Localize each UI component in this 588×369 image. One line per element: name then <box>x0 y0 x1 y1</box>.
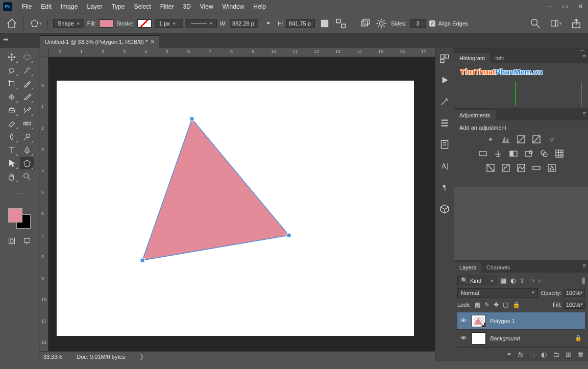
curves-icon[interactable] <box>517 135 526 144</box>
menu-image[interactable]: Image <box>56 3 82 10</box>
brightness-icon[interactable]: ☀ <box>486 135 495 144</box>
type-tool[interactable] <box>5 144 18 156</box>
path-ops-icon[interactable] <box>318 17 331 30</box>
menu-edit[interactable]: Edit <box>36 3 56 10</box>
layer-mask-icon[interactable]: ◻ <box>529 351 535 358</box>
close-tab-icon[interactable]: × <box>151 38 154 45</box>
home-icon[interactable] <box>5 17 18 30</box>
lock-position-icon[interactable]: ✥ <box>494 301 499 308</box>
collapse-toolbox-icon[interactable]: ◂◂ <box>3 36 8 42</box>
stroke-width-dropdown[interactable]: 1 px▾ <box>155 19 183 28</box>
lock-transparency-icon[interactable]: ▩ <box>475 301 480 308</box>
clone-stamp-tool[interactable] <box>5 104 18 116</box>
layer-thumbnail[interactable]: ▭ <box>472 315 486 327</box>
delete-layer-icon[interactable]: 🗑 <box>577 351 584 358</box>
menu-3d[interactable]: 3D <box>178 3 195 10</box>
layers-tab[interactable]: Layers <box>454 262 481 273</box>
menu-view[interactable]: View <box>195 3 218 10</box>
gradient-map-icon[interactable] <box>532 163 541 173</box>
sides-input[interactable] <box>410 19 426 28</box>
adjustment-layer-icon[interactable]: ◐ <box>541 351 547 358</box>
filter-adj-icon[interactable]: ◐ <box>510 277 516 284</box>
lock-icon[interactable]: 🔒 <box>575 335 582 341</box>
filter-type-icon[interactable]: T <box>520 277 524 285</box>
eraser-tool[interactable] <box>5 117 18 130</box>
character-panel-icon[interactable]: A| <box>439 160 450 171</box>
invert-icon[interactable] <box>486 163 495 173</box>
properties-icon[interactable] <box>439 139 450 150</box>
search-icon[interactable] <box>529 17 542 30</box>
foreground-color[interactable] <box>8 208 22 223</box>
eyedropper-tool[interactable] <box>20 78 34 90</box>
align-icon[interactable] <box>334 17 348 30</box>
menu-help[interactable]: Help <box>249 3 271 10</box>
lock-pixels-icon[interactable]: ✎ <box>484 301 489 308</box>
gradient-tool[interactable] <box>20 117 34 130</box>
fill-opacity-input[interactable]: 100%▾ <box>564 301 585 309</box>
brushes-icon[interactable] <box>439 96 450 107</box>
layer-name[interactable]: Background <box>490 335 520 341</box>
bw-icon[interactable] <box>509 149 518 158</box>
height-input[interactable] <box>286 19 315 28</box>
color-panel-icon[interactable] <box>439 53 450 64</box>
channels-tab[interactable]: Channels <box>481 262 515 273</box>
visibility-icon[interactable]: 👁 <box>460 317 468 325</box>
marquee-tool[interactable] <box>20 51 34 63</box>
lock-artboard-icon[interactable]: ▢ <box>503 301 508 308</box>
zoom-level[interactable]: 33.33% <box>43 354 62 360</box>
panel-menu-icon[interactable]: ≡ <box>582 53 586 60</box>
stroke-style-dropdown[interactable]: ▾ <box>186 19 217 28</box>
info-tab[interactable]: Info <box>490 53 509 63</box>
fill-swatch[interactable] <box>99 19 113 28</box>
dodge-tool[interactable] <box>20 131 34 143</box>
filter-shape-icon[interactable]: ▭ <box>528 277 534 284</box>
pen-tool[interactable] <box>20 144 34 156</box>
canvas[interactable] <box>57 81 414 336</box>
opacity-input[interactable]: 100%▾ <box>564 289 585 297</box>
zoom-tool[interactable] <box>20 170 34 183</box>
menu-type[interactable]: Type <box>107 3 129 10</box>
ruler-horizontal[interactable]: 01234567891011121314151617 <box>48 48 435 57</box>
play-icon[interactable] <box>439 75 450 86</box>
workspace-icon[interactable]: ▾ <box>549 17 562 30</box>
width-input[interactable] <box>230 19 258 28</box>
hue-icon[interactable] <box>478 149 487 158</box>
history-brush-tool[interactable] <box>20 104 34 116</box>
channel-mixer-icon[interactable] <box>540 149 549 158</box>
visibility-icon[interactable]: 👁 <box>460 334 468 342</box>
menu-layer[interactable]: Layer <box>82 3 107 10</box>
color-balance-icon[interactable] <box>494 149 503 158</box>
move-tool[interactable] <box>5 51 18 63</box>
brush-tool[interactable] <box>20 91 34 103</box>
document-tab[interactable]: Untitled-1 @ 33.3% (Polygon 1, RGB/8) * … <box>40 35 159 48</box>
layer-filter-dropdown[interactable]: 🔍 Kind ▾ <box>457 276 497 285</box>
filter-toggle[interactable] <box>582 278 585 284</box>
layer-thumbnail[interactable] <box>472 332 486 345</box>
menu-file[interactable]: File <box>17 3 36 10</box>
layer-item[interactable]: 👁 Background 🔒 <box>457 330 585 347</box>
hand-tool[interactable] <box>5 170 18 183</box>
3d-panel-icon[interactable] <box>439 203 450 214</box>
adjustments-tab[interactable]: Adjustments <box>454 110 496 120</box>
posterize-icon[interactable] <box>501 163 510 173</box>
layer-name[interactable]: Polygon 1 <box>490 318 515 324</box>
link-wh-icon[interactable]: ⚭ <box>261 17 275 30</box>
group-icon[interactable]: 🗀 <box>553 351 559 358</box>
new-layer-icon[interactable]: ⊞ <box>566 351 571 358</box>
ruler-origin[interactable] <box>39 48 48 57</box>
blur-tool[interactable] <box>5 131 18 143</box>
menu-window[interactable]: Window <box>218 3 249 10</box>
panel-menu-icon[interactable]: ≡ <box>582 262 586 269</box>
menu-select[interactable]: Select <box>129 3 155 10</box>
magic-wand-tool[interactable] <box>20 64 34 77</box>
stroke-swatch[interactable] <box>137 19 152 28</box>
selective-color-icon[interactable] <box>547 163 556 173</box>
lut-icon[interactable] <box>555 149 564 158</box>
menu-filter[interactable]: Filter <box>156 3 179 10</box>
share-icon[interactable] <box>570 17 583 30</box>
panel-menu-icon[interactable]: ≡ <box>582 110 586 117</box>
polygon-tool-icon[interactable]: ▾ <box>29 17 42 30</box>
layer-item[interactable]: 👁 ▭ Polygon 1 <box>457 312 585 330</box>
minimize-button[interactable]: — <box>542 1 557 12</box>
close-button[interactable]: ✕ <box>573 1 588 12</box>
